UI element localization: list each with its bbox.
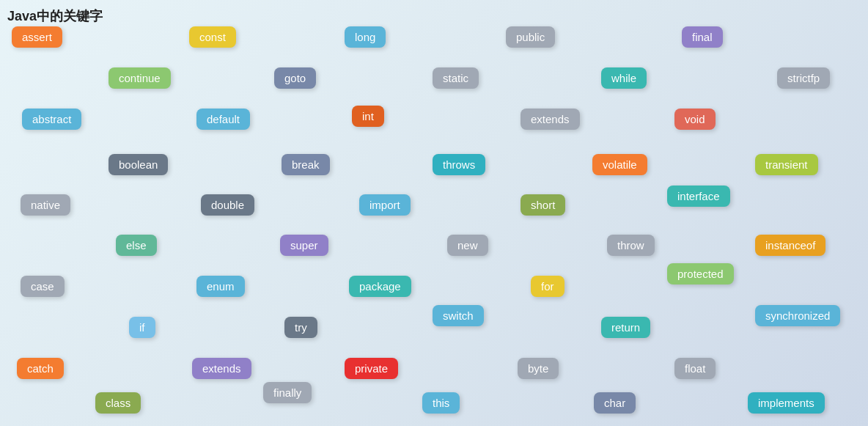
keyword-char-48: char xyxy=(594,392,636,414)
keyword-abstract-10: abstract xyxy=(22,109,81,130)
keyword-final-4: final xyxy=(682,26,723,48)
keyword-finally-46: finally xyxy=(263,382,312,403)
keyword-private-42: private xyxy=(345,358,398,379)
keyword-synchronized-35: synchronized xyxy=(755,305,840,326)
keyword-strictfp-9: strictfp xyxy=(777,67,830,89)
keyword-float-44: float xyxy=(674,358,716,379)
keyword-for-33: for xyxy=(531,276,564,297)
keyword-case-30: case xyxy=(21,276,65,297)
keyword-try-37: try xyxy=(284,317,317,338)
keyword-double-21: double xyxy=(201,194,254,216)
keyword-protected-34: protected xyxy=(667,263,734,284)
keyword-import-22: import xyxy=(359,194,411,216)
keyword-this-47: this xyxy=(422,392,460,414)
keyword-goto-6: goto xyxy=(274,67,316,89)
keyword-else-25: else xyxy=(116,235,157,256)
keyword-interface-24: interface xyxy=(667,186,730,207)
keyword-throws-17: throws xyxy=(433,154,485,175)
keyword-volatile-18: volatile xyxy=(592,154,647,175)
keyword-catch-40: catch xyxy=(17,358,64,379)
keyword-if-36: if xyxy=(129,317,155,338)
keyword-default-11: default xyxy=(196,109,250,130)
page-title: Java中的关键字 xyxy=(7,7,103,25)
keyword-break-16: break xyxy=(282,154,330,175)
keyword-const-1: const xyxy=(189,26,236,48)
keyword-while-8: while xyxy=(601,67,647,89)
keyword-return-39: return xyxy=(601,317,650,338)
keyword-static-7: static xyxy=(433,67,479,89)
keyword-byte-43: byte xyxy=(518,358,559,379)
keyword-continue-5: continue xyxy=(108,67,171,89)
keyword-extends-13: extends xyxy=(521,109,580,130)
keyword-switch-38: switch xyxy=(433,305,484,326)
keyword-package-32: package xyxy=(349,276,411,297)
keyword-super-26: super xyxy=(280,235,328,256)
keyword-new-27: new xyxy=(447,235,488,256)
keyword-short-23: short xyxy=(521,194,565,216)
keyword-implements-49: implements xyxy=(748,392,825,414)
keyword-assert-0: assert xyxy=(12,26,62,48)
keyword-throw-28: throw xyxy=(607,235,655,256)
keyword-enum-31: enum xyxy=(196,276,245,297)
keyword-int-12: int xyxy=(352,106,384,127)
keyword-void-14: void xyxy=(674,109,716,130)
keyword-native-20: native xyxy=(21,194,70,216)
keyword-transient-19: transient xyxy=(755,154,818,175)
keyword-class-45: class xyxy=(95,392,141,414)
keyword-extends-41: extends xyxy=(192,358,251,379)
keyword-instanceof-29: instanceof xyxy=(755,235,825,256)
keyword-long-2: long xyxy=(345,26,386,48)
keyword-boolean-15: boolean xyxy=(108,154,168,175)
keyword-public-3: public xyxy=(506,26,555,48)
